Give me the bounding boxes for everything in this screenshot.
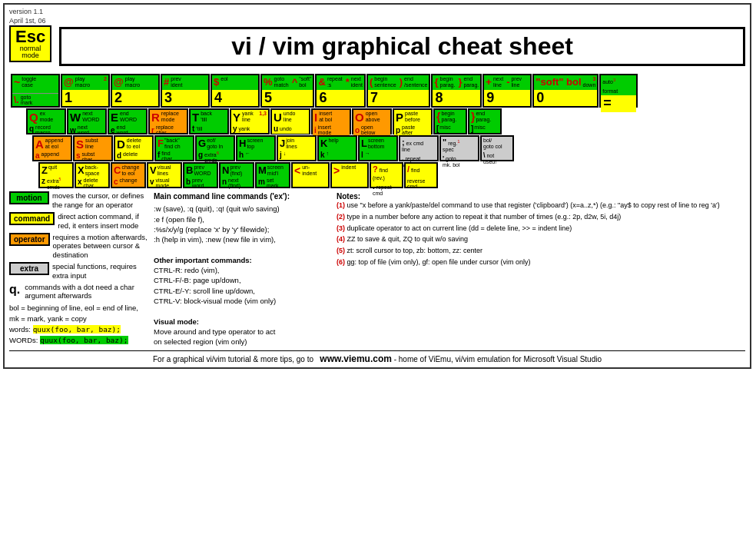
key-1: @ playmacro 1 2 [61, 74, 110, 108]
cmd-lines: :w (save), :q (quit), :q! (quit w/o savi… [154, 204, 330, 347]
key-4: $ eol 4 [211, 74, 260, 108]
key-O: O openabove o openbelow [352, 108, 392, 134]
asdf-row: A appendat eol a append S substline s su… [32, 135, 745, 161]
key-Q: Q exmode q recordmacro [26, 108, 66, 134]
extra-desc: special functions, requires extra input [52, 262, 148, 280]
key-backslash: bol/goto col \ notused! [480, 135, 514, 161]
key-5: % gotomatch ^ "soft"bol 5 [260, 74, 314, 108]
header-row: Esc normalmode vi / vim graphical cheat … [9, 25, 745, 71]
bottom-section: motion moves the cursor, or defines the … [9, 191, 745, 347]
key-brace-open: { beginparag. [ misc [433, 108, 467, 134]
key-equals: auto3format = [599, 74, 638, 108]
key-A: A appendat eol a append [32, 135, 72, 161]
key-Z: Z quit z extra5cmds [38, 162, 74, 188]
key-E: E endWORD e endword [108, 108, 148, 134]
key-question: ? find(rev.) . repeatcmd [370, 162, 403, 188]
footer-text: For a graphical vi/vim tutorial & more t… [153, 355, 313, 363]
key-M: M screenmid'l m setmark [255, 162, 290, 188]
keyboard-section: ~ togglecase \. gotomark @ playmacro 1 2 [11, 74, 745, 188]
footer: For a graphical vi/vim tutorial & more t… [9, 350, 745, 364]
legend-operator: operator requires a motion afterwards, o… [9, 233, 148, 259]
key-2: @ playmacro 2 [111, 74, 160, 108]
notes-section: Notes: (1) use "x before a yank/paste/de… [337, 191, 745, 347]
key-L: L screenbottom l → [358, 135, 398, 161]
key-V: V visuallines v visualmode [147, 162, 182, 188]
note-5: (5) zt: scroll cursor to top, zb: bottom… [337, 247, 745, 256]
words-val: quux(foo, bar, baz); [33, 325, 121, 334]
version-info: version 1.1 April 1st, 06 [9, 8, 745, 25]
legend-extra: extra special functions, requires extra … [9, 262, 148, 280]
key-gt: > indent [330, 162, 369, 188]
key-slash: / find reversecmd [404, 162, 438, 188]
key-S: S substline s substchar [73, 135, 113, 161]
tilde-sym: ~ [14, 76, 20, 88]
dot-desc: commands with a dot need a char argument… [25, 283, 148, 300]
command-desc: direct action command, if red, it enters… [58, 212, 148, 230]
tilde-key: ~ togglecase \. gotomark [11, 74, 60, 108]
number-row: ~ togglecase \. gotomark @ playmacro 1 2 [11, 74, 745, 108]
extra-badge: extra [9, 262, 49, 275]
legend-command: command direct action command, if red, i… [9, 212, 148, 230]
operator-badge: operator [9, 233, 50, 246]
page-title: vi / vim graphical cheat sheet [59, 27, 745, 66]
key-X: X back-space x deletechar [75, 162, 110, 188]
key-3: # prevident 3 [161, 74, 210, 108]
WORDs-line: WORDs: quux(foo, bar, baz); [9, 336, 148, 344]
key-W: W nextWORD w nextword [67, 108, 107, 134]
key-lt: < un-indent [291, 162, 330, 188]
dot-q-char: q. [9, 283, 20, 297]
key-U: U undoline u undo [270, 108, 310, 134]
bol-def-line: bol = beginning of line, eol = end of li… [9, 304, 148, 312]
key-P: P pastebefore p pasteafter [393, 108, 433, 134]
motion-badge: motion [9, 191, 49, 204]
key-0: "soft" bol down 0 3 [532, 74, 598, 108]
legend-dot: q. commands with a dot need a char argum… [9, 283, 148, 300]
backslash-dot-sym: \. [14, 95, 19, 105]
key-semicolon: ; ex cmdline . repeatt/T/f/F [399, 135, 439, 161]
note-1: (1) use "x before a yank/paste/del comma… [337, 201, 745, 211]
key-9: + nextline - prevline 9 [482, 74, 532, 108]
tilde-desc: togglecase [22, 76, 36, 88]
key-quote: " reg.1spec ' gotomk. bol [439, 135, 479, 161]
zxcv-row: Z quit z extra5cmds X back-space x delet… [38, 162, 745, 188]
words-line: words: quux(foo, bar, baz); [9, 325, 148, 334]
command-badge: command [9, 212, 55, 225]
key-B: B prevWORD b prevword [183, 162, 218, 188]
key-N: N prev(find) n next(find) [219, 162, 254, 188]
cmd-title: Main command line commands ('ex'): [154, 191, 330, 202]
legend-section: motion moves the cursor, or defines the … [9, 191, 148, 347]
key-6: & repeat:s * nextident 6 [315, 74, 366, 108]
footer-suffix: - home of ViEmu, vi/vim emulation for Mi… [394, 355, 602, 363]
key-Y: Y yankline y yank 1,3 [230, 108, 270, 134]
operator-desc: requires a motion afterwards, operates b… [53, 233, 148, 259]
key-T: T back'till t 'till [189, 108, 229, 134]
esc-label: Esc [15, 27, 45, 46]
note-2: (2) type in a number before any action t… [337, 213, 745, 222]
main-container: version 1.1 April 1st, 06 Esc normalmode… [3, 3, 751, 369]
esc-sublabel: normalmode [15, 45, 45, 59]
note-3: (3) duplicate operator to act on current… [337, 224, 745, 234]
mk-def-line: mk = mark, yank = copy [9, 314, 148, 323]
qwerty-row: Q exmode q recordmacro W nextWORD w next… [26, 108, 745, 134]
key-J: J joinlines j ↓ [277, 135, 317, 161]
footer-url: www.viemu.com [320, 353, 392, 364]
key-brace-close: } endparag. ] misc [468, 108, 502, 134]
key-C: C changeto eol c change [111, 162, 146, 188]
notes-title: Notes: [337, 191, 745, 201]
key-G: G eof/goto ln g extra6cmds [195, 135, 235, 161]
note-6: (6) gg: top of file (vim only), gf: open… [337, 258, 745, 267]
esc-key: Esc normalmode [9, 25, 51, 62]
key-I: I insertat bol i insertmode [311, 108, 351, 134]
key-F: F "back"find ch f findchar [154, 135, 194, 161]
key-7: ( beginsentence ) end/sentence 7 [366, 74, 430, 108]
key-K: K help k ↑ [317, 135, 357, 161]
commands-section: Main command line commands ('ex'): :w (s… [154, 191, 330, 347]
WORDs-val: quux(foo, bar, baz); [40, 336, 128, 344]
legend-motion: motion moves the cursor, or defines the … [9, 191, 148, 209]
key-8: { beginparag. } endparag. 8 [431, 74, 482, 108]
goto-mark-desc: gotomark [21, 95, 33, 105]
key-H: H screentop h ← [236, 135, 276, 161]
note-4: (4) ZZ to save & quit, ZQ to quit w/o sa… [337, 235, 745, 244]
motion-desc: moves the cursor, or defines the range f… [52, 191, 148, 209]
key-R: R replacemode r replacechar [148, 108, 188, 134]
